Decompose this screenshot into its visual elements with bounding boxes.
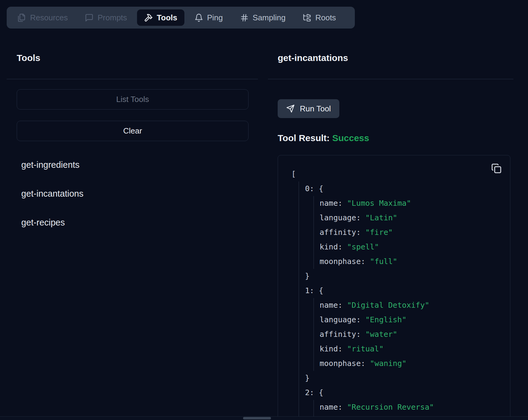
folder-tree-icon — [303, 13, 311, 22]
tools-panel-title: Tools — [17, 53, 258, 63]
nav-tab-roots[interactable]: Roots — [296, 9, 343, 26]
nav-tab-label: Ping — [207, 13, 223, 22]
tool-item[interactable]: get-ingredients — [21, 160, 258, 170]
run-tool-label: Run Tool — [300, 104, 331, 113]
tool-item[interactable]: get-incantations — [21, 189, 258, 199]
hammer-icon — [144, 13, 153, 22]
divider — [7, 79, 258, 79]
json-tree: [0: {name: "Lumos Maxima"language: "Lati… — [291, 167, 498, 420]
json-line: kind: "spell" — [320, 240, 498, 254]
tool-item[interactable]: get-recipes — [21, 218, 258, 228]
horizontal-scrollbar — [0, 416, 528, 420]
list-tools-button[interactable]: List Tools — [17, 89, 249, 110]
tools-panel: Tools List Tools Clear get-ingredientsge… — [7, 29, 258, 246]
copy-button[interactable] — [490, 162, 503, 175]
json-line: name: "Lumos Maxima" — [320, 196, 498, 211]
json-line: } — [305, 371, 498, 385]
tool-result-line: Tool Result: Success — [278, 133, 513, 144]
nav-tab-tools[interactable]: Tools — [137, 9, 184, 26]
json-line: name: "Recursion Reversa" — [320, 400, 498, 415]
json-line: [ — [291, 167, 498, 181]
tool-result-label: Tool Result: — [278, 133, 330, 143]
send-icon — [286, 104, 295, 113]
json-line: moonphase: "waning" — [320, 356, 498, 371]
json-line: language: "English" — [320, 313, 498, 327]
json-line: language: "Latin" — [320, 211, 498, 225]
clear-button[interactable]: Clear — [17, 121, 249, 141]
message-square-icon — [85, 13, 94, 22]
json-line: affinity: "fire" — [320, 225, 498, 240]
nav-tab-resources[interactable]: Resources — [10, 9, 75, 26]
json-line: 2: { — [305, 385, 498, 400]
json-line: name: "Digital Detoxify" — [320, 298, 498, 313]
tool-detail-panel: get-incantations Run Tool Tool Result: S… — [268, 29, 513, 420]
tool-list: get-ingredientsget-incantationsget-recip… — [21, 160, 258, 228]
nav-tab-ping[interactable]: Ping — [187, 9, 230, 26]
json-line: 0: { — [305, 181, 498, 196]
tool-result-json-panel: [0: {name: "Lumos Maxima"language: "Lati… — [278, 155, 510, 420]
bell-icon — [194, 13, 203, 22]
files-icon — [17, 13, 26, 22]
json-line: moonphase: "full" — [320, 254, 498, 269]
nav-tab-label: Prompts — [98, 13, 127, 22]
top-nav: Resources Prompts Tools Ping Sampling Ro… — [7, 7, 355, 29]
run-tool-button[interactable]: Run Tool — [278, 99, 339, 118]
nav-tab-label: Tools — [157, 13, 177, 22]
json-line: } — [305, 269, 498, 283]
json-line: 1: { — [305, 283, 498, 298]
horizontal-scrollbar-thumb[interactable] — [243, 417, 271, 419]
nav-tab-label: Resources — [30, 13, 68, 22]
nav-tab-prompts[interactable]: Prompts — [78, 9, 134, 26]
selected-tool-title: get-incantations — [278, 53, 513, 63]
nav-tab-label: Roots — [315, 13, 336, 22]
divider — [268, 79, 513, 79]
tool-result-status: Success — [332, 133, 369, 143]
hash-icon — [240, 13, 249, 22]
json-line: kind: "ritual" — [320, 342, 498, 356]
nav-tab-label: Sampling — [253, 13, 286, 22]
json-line: affinity: "water" — [320, 327, 498, 342]
nav-tab-sampling[interactable]: Sampling — [233, 9, 293, 26]
copy-icon — [491, 163, 502, 174]
